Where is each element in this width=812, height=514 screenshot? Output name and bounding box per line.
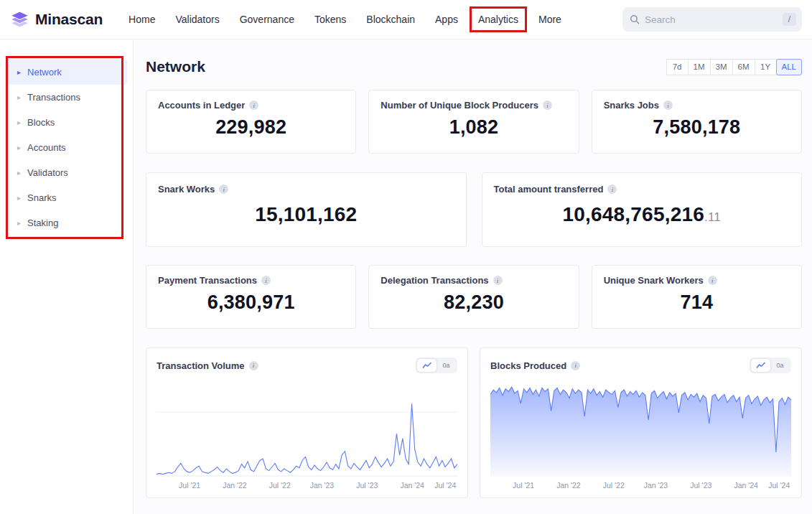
range-button-1m[interactable]: 1M (688, 59, 711, 75)
stats-row-3: Payment Transactions 6,380,971 Delegatio… (146, 265, 802, 329)
x-axis-tick: Jul '22 (603, 481, 625, 490)
main-content: Network 7d 1M 3M 6M 1Y ALL Accounts in L… (134, 39, 812, 514)
stat-value: 1,082 (381, 116, 566, 139)
x-axis-tick: Jul '23 (690, 481, 711, 490)
minascan-logo-icon (10, 11, 29, 29)
info-icon[interactable] (543, 101, 552, 110)
page-title: Network (146, 58, 205, 75)
line-chart-toggle[interactable] (417, 359, 437, 372)
stat-label: Snark Works (158, 184, 215, 195)
stat-card-snarks-jobs: Snarks Jobs 7,580,178 (592, 90, 802, 154)
stat-label: Number of Unique Block Producers (381, 100, 538, 111)
line-chart-icon (756, 362, 766, 369)
x-axis-tick: Jul '21 (513, 481, 534, 490)
stat-label: Total amount transferred (494, 184, 604, 195)
blocks-produced-chart (490, 380, 791, 477)
scale-toggle[interactable]: 0a (437, 359, 456, 372)
x-axis-tick: Jul '21 (179, 481, 200, 490)
chart-card-blocks-produced: Blocks Produced 0a (480, 347, 802, 498)
stat-card-delegation-transactions: Delegation Transactions 82,230 (368, 265, 579, 329)
analytics-sidebar: Network Transactions Blocks Accounts Val… (0, 39, 134, 514)
x-axis-tick: Jan '24 (734, 481, 758, 490)
chart-title: Blocks Produced (490, 360, 566, 371)
stat-card-snark-works: Snark Works 15,101,162 (146, 172, 467, 247)
info-icon[interactable] (261, 276, 271, 285)
search-input[interactable] (645, 14, 778, 25)
transaction-volume-chart (157, 380, 457, 477)
nav-item-governance[interactable]: Governance (230, 0, 304, 39)
stat-card-accounts-in-ledger: Accounts in Ledger 229,982 (146, 90, 356, 154)
sidebar-item-validators[interactable]: Validators (6, 160, 127, 185)
search-shortcut-key: / (783, 13, 796, 26)
nav-item-analytics[interactable]: Analytics (468, 0, 528, 39)
info-icon[interactable] (607, 184, 617, 194)
nav-item-home[interactable]: Home (118, 0, 165, 39)
x-axis-tick: Jul '24 (768, 481, 790, 490)
blocks-produced-x-axis: Jul '21Jan '22Jul '22Jan '23Jul '23Jan '… (490, 480, 791, 492)
x-axis-tick: Jul '24 (434, 481, 456, 490)
sidebar-item-blocks[interactable]: Blocks (6, 110, 127, 135)
nav-item-validators[interactable]: Validators (165, 0, 229, 39)
search-icon (630, 14, 640, 24)
sidebar-item-snarks[interactable]: Snarks (6, 185, 127, 210)
brand-name: Minascan (35, 11, 103, 28)
stats-row-1: Accounts in Ledger 229,982 Number of Uni… (146, 90, 802, 154)
sidebar-item-network[interactable]: Network (6, 60, 127, 85)
stat-value: 6,380,971 (158, 291, 344, 314)
nav-item-apps[interactable]: Apps (425, 0, 468, 39)
range-button-1y[interactable]: 1Y (755, 59, 777, 75)
info-icon[interactable] (219, 184, 228, 194)
stat-value: 15,101,162 (158, 203, 454, 226)
info-icon[interactable] (571, 361, 580, 370)
stat-value-decimals: .11 (704, 210, 721, 224)
stat-label: Snarks Jobs (604, 100, 659, 111)
x-axis-tick: Jan '22 (223, 481, 247, 490)
sidebar-item-staking[interactable]: Staking (6, 210, 127, 235)
line-chart-toggle[interactable] (751, 359, 770, 372)
stat-card-total-amount-transferred: Total amount transferred 10,648,765,216.… (482, 172, 803, 247)
nav-item-blockchain[interactable]: Blockchain (356, 0, 425, 39)
brand[interactable]: Minascan (10, 11, 103, 29)
stat-card-payment-transactions: Payment Transactions 6,380,971 (146, 265, 356, 329)
charts-row: Transaction Volume 0a (146, 347, 802, 498)
stat-value: 82,230 (381, 291, 566, 314)
sidebar-item-transactions[interactable]: Transactions (6, 85, 127, 110)
stat-label: Delegation Transactions (381, 275, 488, 286)
time-range-selector: 7d 1M 3M 6M 1Y ALL (667, 59, 802, 75)
top-navbar: Minascan Home Validators Governance Toke… (0, 0, 812, 39)
range-button-6m[interactable]: 6M (732, 59, 755, 75)
stat-value: 229,982 (158, 116, 344, 139)
info-icon[interactable] (663, 101, 673, 110)
chart-title: Transaction Volume (157, 360, 245, 371)
stats-row-2: Snark Works 15,101,162 Total amount tran… (146, 172, 802, 247)
search-bar[interactable]: / (622, 7, 802, 32)
sidebar-item-accounts[interactable]: Accounts (6, 135, 127, 160)
minascan-analytics-page: Minascan Home Validators Governance Toke… (0, 0, 812, 514)
x-axis-tick: Jul '23 (356, 481, 378, 490)
stat-label: Accounts in Ledger (158, 100, 245, 111)
chart-type-toggle: 0a (416, 358, 457, 373)
range-button-all[interactable]: ALL (776, 59, 802, 75)
x-axis-tick: Jan '24 (400, 481, 424, 490)
nav-item-more[interactable]: More (528, 0, 571, 39)
info-icon[interactable] (493, 276, 503, 285)
info-icon[interactable] (249, 361, 258, 370)
line-chart-icon (422, 362, 432, 369)
info-icon[interactable] (249, 101, 258, 110)
stat-value: 10,648,765,216.11 (494, 203, 790, 226)
transaction-volume-x-axis: Jul '21Jan '22Jul '22Jan '23Jul '23Jan '… (157, 480, 457, 492)
chart-card-transaction-volume: Transaction Volume 0a (146, 347, 468, 498)
x-axis-tick: Jul '22 (269, 481, 291, 490)
range-button-3m[interactable]: 3M (710, 59, 733, 75)
nav-item-tokens[interactable]: Tokens (304, 0, 356, 39)
info-icon[interactable] (708, 276, 717, 285)
stat-label: Unique Snark Workers (604, 275, 704, 286)
x-axis-tick: Jan '22 (556, 481, 581, 490)
range-button-7d[interactable]: 7d (666, 59, 689, 75)
x-axis-tick: Jan '23 (644, 481, 668, 490)
chart-type-toggle: 0a (750, 358, 791, 373)
scale-toggle[interactable]: 0a (770, 359, 790, 372)
stat-value: 714 (604, 291, 790, 314)
main-nav: Home Validators Governance Tokens Blockc… (118, 0, 571, 39)
x-axis-tick: Jan '23 (310, 481, 335, 490)
